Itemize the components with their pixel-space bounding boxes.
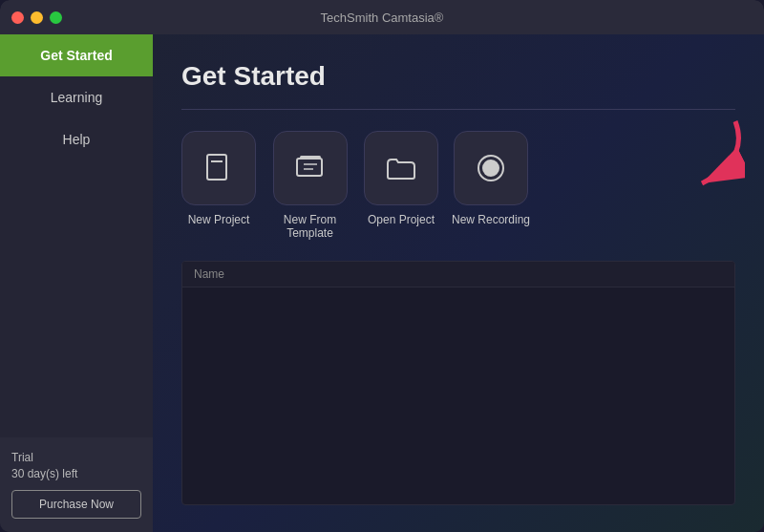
trial-section: Trial 30 day(s) left Purchase Now <box>0 437 153 532</box>
svg-rect-2 <box>297 159 322 176</box>
title-bar: TechSmith Camtasia® <box>0 0 764 34</box>
page-title: Get Started <box>181 61 735 92</box>
svg-rect-0 <box>207 155 226 180</box>
sidebar: Get Started Learning Help Trial 30 day(s… <box>0 34 153 532</box>
close-button[interactable] <box>11 11 24 24</box>
new-project-icon <box>181 131 256 205</box>
svg-rect-3 <box>300 156 321 159</box>
new-project-button[interactable]: New Project <box>181 131 256 226</box>
maximize-button[interactable] <box>50 11 62 24</box>
sidebar-item-learning[interactable]: Learning <box>0 76 153 118</box>
new-from-template-svg <box>292 150 329 186</box>
new-recording-svg <box>473 150 509 186</box>
trial-label: Trial <box>11 451 141 464</box>
app-title: TechSmith Camtasia® <box>321 11 444 25</box>
recent-files-table: Name <box>181 261 735 505</box>
actions-row: New Project New From Template <box>181 131 735 240</box>
table-name-header: Name <box>182 262 734 287</box>
minimize-button[interactable] <box>31 11 43 24</box>
open-project-svg <box>383 150 419 186</box>
main-layout: Get Started Learning Help Trial 30 day(s… <box>0 34 764 532</box>
trial-days: 30 day(s) left <box>11 467 141 480</box>
new-from-template-label: New From Template <box>269 213 350 240</box>
table-body <box>182 287 734 295</box>
new-recording-icon <box>454 131 528 205</box>
arrow-indicator <box>640 112 745 198</box>
content-area: Get Started New Project <box>153 34 764 532</box>
new-from-template-icon <box>273 131 348 205</box>
new-recording-button[interactable]: New Recording <box>452 131 530 226</box>
open-project-button[interactable]: Open Project <box>364 131 438 226</box>
window-controls <box>11 11 62 24</box>
sidebar-item-get-started[interactable]: Get Started <box>0 34 153 76</box>
new-project-svg <box>201 150 237 186</box>
open-project-label: Open Project <box>368 213 435 226</box>
purchase-now-button[interactable]: Purchase Now <box>11 490 141 519</box>
sidebar-item-help[interactable]: Help <box>0 118 153 160</box>
new-recording-label: New Recording <box>452 213 530 226</box>
open-project-icon <box>364 131 438 205</box>
divider <box>181 109 735 110</box>
new-project-label: New Project <box>188 213 250 226</box>
svg-point-7 <box>482 160 499 177</box>
new-from-template-button[interactable]: New From Template <box>269 131 350 240</box>
